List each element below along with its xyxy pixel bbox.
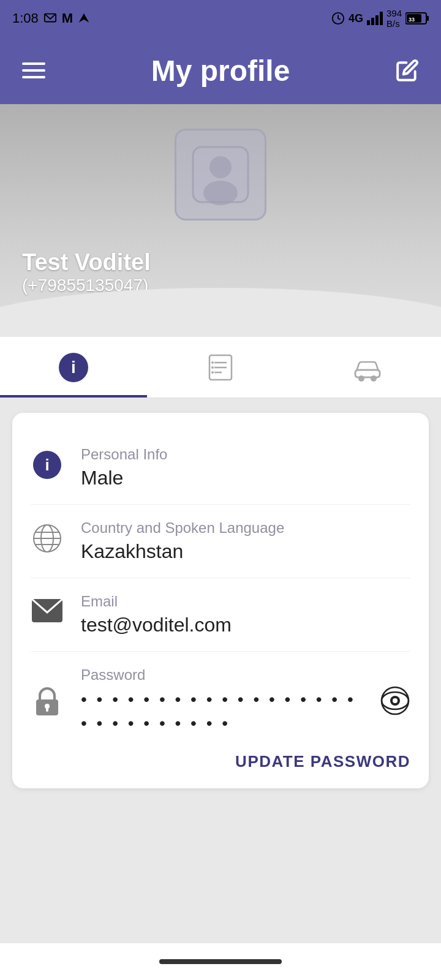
email-content: Email test@voditel.com <box>81 593 410 636</box>
svg-point-41 <box>393 698 398 703</box>
app-bar: My profile <box>0 37 441 104</box>
edit-button[interactable] <box>396 59 419 82</box>
svg-rect-5 <box>375 15 379 25</box>
tab-docs[interactable] <box>147 337 294 398</box>
avatar-icon <box>190 144 251 205</box>
svg-text:i: i <box>45 456 49 474</box>
svg-point-22 <box>211 371 214 374</box>
email-row: Email test@voditel.com <box>31 578 410 652</box>
password-dots: • • • • • • • • • • • • • • • • • • • • … <box>81 687 363 735</box>
country-row-icon <box>31 522 64 555</box>
clock-icon <box>331 12 345 25</box>
svg-point-20 <box>211 361 214 364</box>
page-title: My profile <box>151 54 290 88</box>
email-row-icon <box>31 595 64 628</box>
svg-point-21 <box>211 366 214 369</box>
update-password-section: UPDATE PASSWORD <box>31 741 410 776</box>
email-icon <box>32 599 62 625</box>
network-speed: 394B/s <box>386 8 402 29</box>
svg-point-24 <box>358 375 364 382</box>
country-row: Country and Spoken Language Kazakhstan <box>31 505 410 578</box>
eye-icon <box>380 685 410 716</box>
profile-name: Test Voditel <box>22 249 151 276</box>
status-bar-right: 4G 394B/s 33 <box>331 8 429 29</box>
message-icon <box>43 12 57 25</box>
time-display: 1:08 <box>12 10 39 26</box>
password-content: Password • • • • • • • • • • • • • • • •… <box>81 666 363 735</box>
svg-point-12 <box>209 156 232 178</box>
menu-button[interactable] <box>22 62 45 78</box>
svg-text:i: i <box>71 358 76 377</box>
tab-info[interactable]: i <box>0 337 147 398</box>
globe-icon <box>32 523 62 554</box>
personal-info-value: Male <box>81 467 410 489</box>
docs-tab-icon <box>205 352 236 383</box>
info-card: i Personal Info Male Country and Spo <box>12 413 429 788</box>
show-password-button[interactable] <box>380 685 410 716</box>
personal-info-label: Personal Info <box>81 446 410 463</box>
update-password-button[interactable]: UPDATE PASSWORD <box>235 752 410 771</box>
tab-car[interactable] <box>294 337 441 398</box>
car-tab-icon <box>352 352 383 383</box>
network-icon: 4G <box>349 12 363 25</box>
edit-icon <box>396 59 419 82</box>
svg-rect-4 <box>371 18 374 25</box>
menu-bar-1 <box>22 62 45 65</box>
avatar <box>175 129 266 221</box>
signal-icon <box>367 12 383 25</box>
svg-marker-1 <box>79 13 89 23</box>
gmail-icon: M <box>62 10 73 26</box>
profile-phone: (+79855135047) <box>22 276 148 295</box>
svg-rect-6 <box>380 12 383 25</box>
country-label: Country and Spoken Language <box>81 519 410 537</box>
bottom-nav-indicator <box>159 959 282 964</box>
password-row: Password • • • • • • • • • • • • • • • •… <box>31 652 410 741</box>
battery-icon: 33 <box>405 12 429 25</box>
password-row-icon <box>31 685 64 718</box>
menu-bar-2 <box>22 69 45 72</box>
status-bar-left: 1:08 M <box>12 10 90 26</box>
personal-info-content: Personal Info Male <box>81 446 410 489</box>
lock-icon <box>34 686 61 718</box>
email-value: test@voditel.com <box>81 614 410 636</box>
country-content: Country and Spoken Language Kazakhstan <box>81 519 410 563</box>
tabs-bar: i <box>0 337 441 398</box>
menu-bar-3 <box>22 76 45 78</box>
country-value: Kazakhstan <box>81 540 410 563</box>
info-circle-icon: i <box>32 450 62 480</box>
svg-rect-23 <box>355 370 380 377</box>
info-tab-icon: i <box>58 352 89 383</box>
password-label: Password <box>81 666 363 684</box>
svg-rect-8 <box>426 16 429 21</box>
profile-header: Test Voditel (+79855135047) <box>0 104 441 337</box>
personal-info-row: i Personal Info Male <box>31 431 410 505</box>
status-bar: 1:08 M 4G 394B/s 33 <box>0 0 441 37</box>
email-label: Email <box>81 593 410 610</box>
info-row-icon: i <box>31 448 64 481</box>
svg-text:33: 33 <box>409 17 415 23</box>
navigation-icon <box>78 12 90 24</box>
svg-rect-37 <box>46 707 48 712</box>
content-area: i Personal Info Male Country and Spo <box>0 398 441 827</box>
svg-rect-3 <box>367 20 370 25</box>
svg-point-13 <box>203 181 238 205</box>
bottom-nav <box>0 943 441 980</box>
svg-point-25 <box>371 375 377 382</box>
svg-rect-26 <box>355 370 380 377</box>
